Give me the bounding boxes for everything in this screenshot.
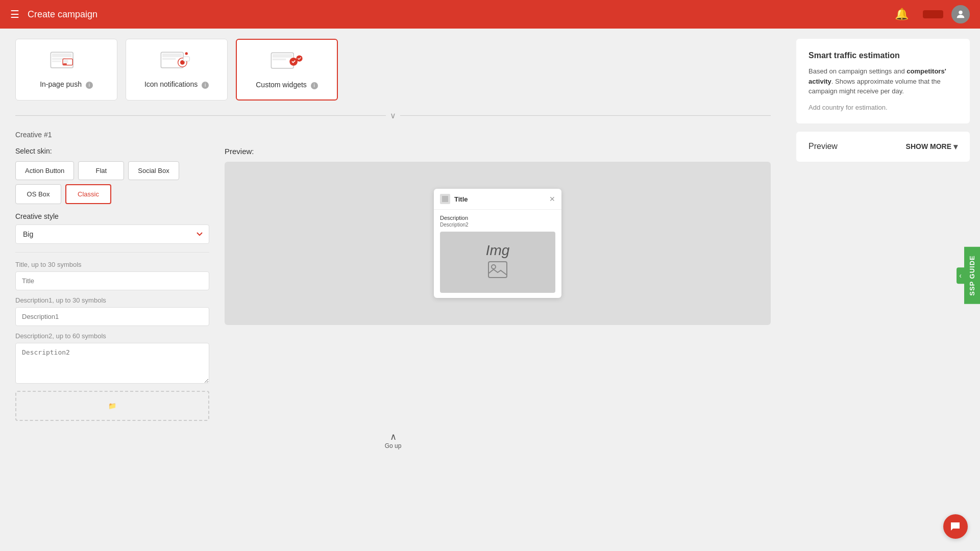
preview-section-card: Preview SHOW MORE ▾	[796, 132, 970, 162]
widget-body: Description Description2 Img	[434, 210, 561, 298]
campaign-type-icon-notifications[interactable]: Icon notifications i	[126, 39, 228, 101]
icon-notifications-label: Icon notifications i	[144, 80, 209, 89]
divider-line-right	[400, 115, 771, 116]
skin-buttons-row-1: Action Button Flat Social Box	[15, 161, 209, 180]
widget-header: Title ✕	[434, 189, 561, 210]
go-up-label: Go up	[385, 442, 402, 449]
svg-point-0	[959, 11, 962, 14]
header: ☰ Create campaign 🔔	[0, 0, 980, 29]
show-more-label: SHOW MORE	[906, 142, 951, 151]
skin-btn-flat[interactable]: Flat	[78, 161, 124, 180]
svg-rect-7	[63, 63, 67, 65]
custom-widgets-icon	[269, 50, 305, 76]
skin-btn-action-button[interactable]: Action Button	[15, 161, 74, 180]
widget-img-icon	[487, 261, 508, 283]
svg-rect-16	[273, 54, 292, 58]
in-page-push-label: In-page push i	[40, 80, 93, 89]
svg-rect-2	[52, 54, 72, 57]
desc1-input[interactable]	[15, 307, 209, 326]
widget-close-icon[interactable]: ✕	[549, 195, 555, 203]
upload-icon: 📁	[108, 402, 116, 410]
page-title: Create campaign	[28, 9, 887, 20]
desc1-field-label: Description1, up to 30 symbols	[15, 296, 209, 304]
ssp-guide-tab[interactable]: SSP GUIDE	[964, 247, 980, 304]
preview-section-label: Preview	[808, 142, 838, 151]
creative-style-label: Creative style	[15, 212, 209, 220]
svg-rect-17	[273, 59, 286, 61]
traffic-title: Smart traffic estimation	[808, 51, 958, 60]
upgrade-button[interactable]	[923, 10, 943, 18]
skin-btn-os-box[interactable]: OS Box	[15, 184, 61, 204]
creative-layout: Select skin: Action Button Flat Social B…	[15, 147, 771, 421]
traffic-estimation-card: Smart traffic estimation Based on campai…	[796, 39, 970, 123]
main-content: In-page push i Icon notifications i	[0, 29, 786, 551]
traffic-desc: Based on campaign settings and competito…	[808, 66, 958, 96]
go-up-button[interactable]: ∧ Go up	[15, 431, 771, 449]
widget-img-placeholder: Img	[440, 232, 555, 293]
svg-rect-13	[183, 57, 189, 61]
svg-rect-4	[52, 61, 61, 62]
chevron-down-icon: ▾	[953, 142, 958, 152]
skin-buttons-row-2: OS Box Classic	[15, 184, 209, 204]
desc2-field-label: Description2, up to 60 symbols	[15, 332, 209, 340]
svg-rect-20	[442, 196, 448, 202]
show-more-button[interactable]: SHOW MORE ▾	[906, 142, 958, 152]
traffic-add-country: Add country for estimation.	[808, 104, 958, 111]
widget-title: Title	[454, 195, 545, 203]
creative-section-title: Creative #1	[15, 131, 771, 139]
svg-rect-6	[64, 60, 68, 63]
svg-rect-10	[162, 58, 176, 60]
field-divider-1	[15, 252, 209, 253]
title-field-label: Title, up to 30 symbols	[15, 261, 209, 268]
menu-icon[interactable]: ☰	[10, 8, 19, 20]
desc2-input[interactable]	[15, 343, 209, 384]
upload-area[interactable]: 📁	[15, 391, 209, 421]
custom-widgets-label: Custom widgets i	[256, 81, 317, 89]
svg-point-22	[492, 265, 496, 269]
widget-desc1: Description	[440, 215, 555, 221]
ssp-guide-chevron[interactable]: ‹	[957, 267, 964, 284]
skin-btn-classic[interactable]: Classic	[65, 184, 111, 204]
widget-header-icon	[440, 194, 450, 204]
custom-widgets-info[interactable]: i	[311, 82, 318, 89]
avatar[interactable]	[951, 5, 970, 23]
widget-img-label: Img	[486, 242, 510, 259]
ssp-guide-wrapper: ‹ SSP GUIDE	[957, 247, 980, 304]
skin-btn-social-box[interactable]: Social Box	[128, 161, 179, 180]
svg-rect-21	[488, 262, 507, 278]
campaign-type-row: In-page push i Icon notifications i	[15, 39, 771, 101]
creative-controls: Select skin: Action Button Flat Social B…	[15, 147, 209, 421]
preview-box: Title ✕ Description Description2 Img	[225, 162, 771, 325]
divider-line-left	[15, 115, 386, 116]
icon-notifications-icon	[159, 49, 194, 75]
select-skin-label: Select skin:	[15, 147, 209, 155]
right-panel: Smart traffic estimation Based on campai…	[786, 29, 980, 551]
widget-desc2: Description2	[440, 222, 555, 228]
icon-notifications-info[interactable]: i	[202, 82, 209, 89]
campaign-type-custom-widgets[interactable]: Custom widgets i	[236, 39, 338, 101]
go-up-arrow-icon: ∧	[390, 431, 397, 442]
preview-area: Preview: Title ✕ Description	[225, 147, 771, 421]
bell-icon[interactable]: 🔔	[895, 8, 909, 21]
campaign-type-in-page-push[interactable]: In-page push i	[15, 39, 117, 101]
divider: ∨	[15, 111, 771, 120]
main-layout: In-page push i Icon notifications i	[0, 29, 980, 551]
in-page-push-info[interactable]: i	[86, 82, 93, 89]
widget-card: Title ✕ Description Description2 Img	[434, 189, 561, 298]
svg-rect-9	[162, 54, 182, 57]
in-page-push-icon	[48, 49, 84, 75]
divider-arrow: ∨	[386, 111, 400, 120]
preview-label: Preview:	[225, 147, 771, 156]
creative-style-select[interactable]: Big Small Medium	[15, 224, 209, 244]
title-input[interactable]	[15, 271, 209, 290]
svg-point-14	[185, 52, 188, 55]
chat-bubble-button[interactable]	[943, 514, 968, 539]
